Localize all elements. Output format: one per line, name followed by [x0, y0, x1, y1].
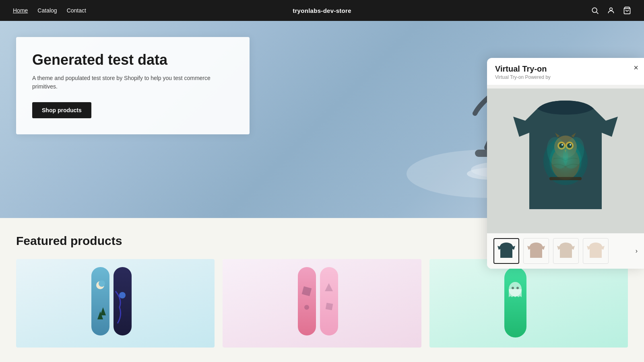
product-card-1[interactable] — [16, 259, 215, 348]
products-grid — [16, 259, 628, 348]
hero-title: Generated test data — [32, 51, 233, 68]
product-image-3 — [429, 259, 628, 348]
svg-rect-23 — [504, 267, 526, 337]
tryon-close-button[interactable]: × — [634, 64, 638, 72]
tryon-panel: Virtual Try-on Virtual Try-on Powered by… — [487, 58, 644, 269]
tryon-thumb-1[interactable] — [493, 238, 519, 264]
svg-line-1 — [597, 12, 599, 14]
shop-products-button[interactable]: Shop products — [32, 102, 91, 118]
svg-point-16 — [119, 292, 126, 298]
tryon-header: Virtual Try-on Virtual Try-on Powered by… — [487, 58, 644, 85]
product-image-1 — [16, 259, 215, 348]
tryon-thumb-2[interactable] — [523, 238, 549, 264]
product-card-2[interactable] — [223, 259, 421, 348]
hero-subtitle: A theme and populated test store by Shop… — [32, 74, 233, 91]
svg-point-25 — [512, 287, 514, 289]
navbar: Home Catalog Contact tryonlabs-dev-store — [0, 0, 644, 21]
tryon-title: Virtual Try-on — [495, 64, 636, 74]
hero-card: Generated test data A theme and populate… — [16, 37, 250, 134]
nav-catalog[interactable]: Catalog — [37, 7, 57, 14]
tryon-divider — [487, 85, 644, 88]
svg-point-2 — [610, 8, 613, 10]
tryon-thumbnails: › — [487, 233, 644, 269]
nav-contact[interactable]: Contact — [67, 7, 86, 14]
svg-rect-10 — [91, 267, 109, 335]
search-button[interactable] — [591, 6, 599, 14]
tryon-thumb-4[interactable] — [583, 238, 609, 264]
thumbnails-scroll-button[interactable]: › — [636, 247, 638, 255]
svg-point-19 — [304, 305, 309, 310]
tryon-thumb-3[interactable] — [553, 238, 579, 264]
product-card-3[interactable] — [429, 259, 628, 348]
svg-point-12 — [99, 280, 105, 287]
tryon-tshirt-svg — [505, 93, 626, 229]
cart-button[interactable] — [623, 6, 631, 14]
svg-rect-17 — [298, 267, 316, 335]
account-button[interactable] — [607, 6, 615, 14]
nav-links: Home Catalog Contact — [13, 7, 86, 14]
product-image-2 — [223, 259, 421, 348]
nav-actions — [591, 6, 631, 14]
tryon-product-image — [487, 88, 644, 233]
svg-rect-20 — [320, 267, 338, 335]
store-name: tryonlabs-dev-store — [293, 7, 351, 14]
svg-point-26 — [516, 287, 519, 289]
nav-home[interactable]: Home — [13, 7, 28, 14]
svg-rect-15 — [114, 267, 132, 335]
svg-point-0 — [592, 8, 597, 12]
tryon-subtitle: Virtual Try-on Powered by — [495, 74, 636, 80]
svg-rect-22 — [326, 303, 333, 311]
